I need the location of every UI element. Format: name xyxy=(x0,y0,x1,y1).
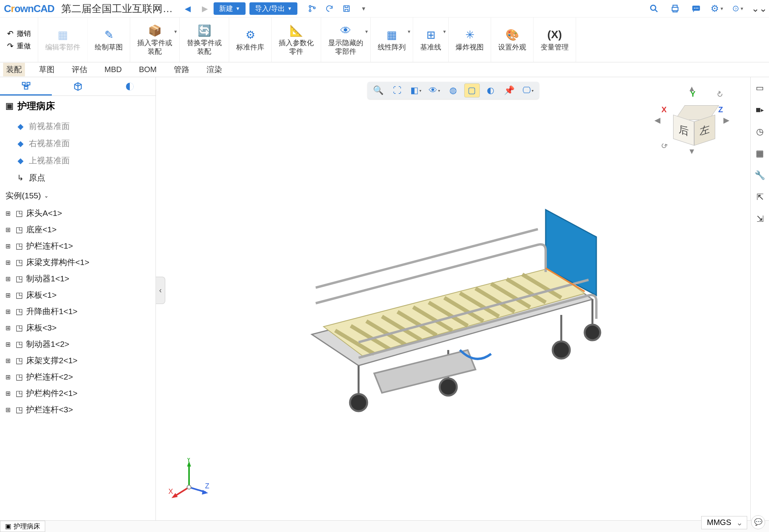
new-button[interactable]: 新建 ▼ xyxy=(214,2,246,15)
comment-icon[interactable] xyxy=(690,3,702,14)
camera-icon[interactable]: ■▶ xyxy=(755,104,765,115)
datum-top[interactable]: ◆上视基准面 xyxy=(0,152,156,169)
linear-pattern-button[interactable]: ▦ 线性阵列 ▼ xyxy=(371,18,413,62)
var-mgmt-button[interactable]: (X) 变量管理 xyxy=(534,18,576,62)
rotate-left-icon[interactable]: ◀ xyxy=(654,115,660,125)
import-export-button[interactable]: 导入/导出 ▼ xyxy=(249,2,297,15)
tree-instance-item[interactable]: ⊞◳护栏连杆<2> xyxy=(0,369,156,385)
chevron-down-icon[interactable]: ▼ xyxy=(359,4,369,14)
section-icon[interactable]: ◍ xyxy=(445,83,461,97)
expand-icon[interactable]: ⊞ xyxy=(5,341,12,348)
tree-instance-item[interactable]: ⊞◳护栏连杆<3> xyxy=(0,401,156,418)
expand-icon[interactable]: ⊞ xyxy=(5,308,12,315)
redo-button[interactable]: ↷重做 xyxy=(7,41,31,51)
tab-evaluate[interactable]: 评估 xyxy=(69,63,90,76)
instance-label: 护栏构件2<1> xyxy=(26,388,78,399)
expand-icon[interactable]: ⊞ xyxy=(5,406,12,414)
datum-line-button[interactable]: ⊞ 基准线 ▼ xyxy=(413,18,449,62)
plane-icon: ◆ xyxy=(16,122,25,131)
visibility-icon[interactable]: 👁 xyxy=(427,83,442,97)
expand-icon[interactable]: ⊞ xyxy=(5,292,12,299)
replace-part-button[interactable]: 🔄 替换零件或 装配 xyxy=(180,18,229,62)
model-hospital-bed[interactable] xyxy=(257,132,631,424)
lp-tab-tree[interactable] xyxy=(0,77,52,95)
help-icon[interactable]: ? ▼ xyxy=(732,3,744,14)
lp-tab-view[interactable] xyxy=(104,77,156,95)
expand-icon[interactable]: ⊞ xyxy=(5,357,12,364)
tree-instance-item[interactable]: ⊞◳升降曲杆1<1> xyxy=(0,303,156,320)
expand-icon[interactable]: ⊞ xyxy=(5,259,12,266)
show-hidden-button[interactable]: 👁 显示隐藏的 零部件 ▼ xyxy=(321,18,371,62)
cube-3d[interactable]: 后 左 xyxy=(674,106,709,138)
tree-instance-item[interactable]: ⊞◳护栏连杆<1> xyxy=(0,238,156,254)
expand-icon[interactable]: ⊞ xyxy=(5,210,12,217)
forward-icon[interactable]: ▶ xyxy=(200,4,210,14)
import-icon[interactable]: ⇲ xyxy=(755,214,765,224)
face-color-icon[interactable]: ▢ xyxy=(464,83,480,97)
tree-instance-item[interactable]: ⊞◳制动器1<2> xyxy=(0,336,156,352)
tree-instance-item[interactable]: ⊞◳床架支撑2<1> xyxy=(0,352,156,369)
tab-render[interactable]: 渲染 xyxy=(203,63,225,76)
insert-part-button[interactable]: 📦 插入零件或 装配 ▼ xyxy=(130,18,180,62)
expand-icon[interactable]: ⊞ xyxy=(5,373,12,381)
expand-icon[interactable]: ⊞ xyxy=(5,242,12,250)
set-appearance-button[interactable]: 🎨 设置外观 xyxy=(491,18,534,62)
print-icon[interactable] xyxy=(669,3,681,14)
expand-icon[interactable]: ⊞ xyxy=(5,390,12,397)
save-icon[interactable] xyxy=(341,4,352,14)
rotate-cw-icon[interactable]: ↻ xyxy=(714,88,725,100)
screen-icon[interactable]: 🖵 xyxy=(520,83,536,97)
tree-instance-item[interactable]: ⊞◳底座<1> xyxy=(0,221,156,238)
zoom-window-icon[interactable]: ⛶ xyxy=(389,83,405,97)
tab-pipe[interactable]: 管路 xyxy=(171,63,193,76)
tab-mbd[interactable]: MBD xyxy=(101,64,125,76)
grid-icon[interactable]: ▦ xyxy=(755,148,765,159)
viewport-3d[interactable]: 🔍 ⛶ ◧ 👁 ◍ ▢ ◐ 📌 🖵 ▲ ▼ ◀ ▶ ↻ ↺ Y X Z 后 左 xyxy=(156,77,750,520)
tree-instance-item[interactable]: ⊞◳床板<3> xyxy=(0,320,156,336)
undo-button[interactable]: ↶撤销 xyxy=(7,29,31,38)
wrench-icon[interactable]: 🔧 xyxy=(755,170,765,181)
tab-assembly[interactable]: 装配 xyxy=(3,63,25,76)
rotate-right-icon[interactable]: ▶ xyxy=(723,115,729,125)
datum-right[interactable]: ◆右视基准面 xyxy=(0,135,156,152)
zoom-fit-icon[interactable]: 🔍 xyxy=(371,83,386,97)
tree-instance-item[interactable]: ⊞◳护栏构件2<1> xyxy=(0,385,156,401)
branch-icon[interactable] xyxy=(307,4,317,14)
expand-icon[interactable]: ⊞ xyxy=(5,324,12,332)
expand-icon[interactable]: ⊞ xyxy=(5,275,12,283)
tab-bom[interactable]: BOM xyxy=(136,64,160,76)
folder-icon[interactable]: ▭ xyxy=(755,83,765,94)
units-selector[interactable]: MMGS xyxy=(701,516,747,529)
std-lib-button[interactable]: ⚙ 标准件库 xyxy=(229,18,272,62)
search-icon[interactable] xyxy=(648,3,660,14)
rotate-down-icon[interactable]: ▼ xyxy=(688,147,696,156)
view-cube[interactable]: ▲ ▼ ◀ ▶ ↻ ↺ Y X Z 后 左 xyxy=(657,85,727,155)
gear-icon[interactable]: ⚙▼ xyxy=(711,3,723,14)
lp-tab-part[interactable] xyxy=(52,77,104,95)
datum-front[interactable]: ◆前视基准面 xyxy=(0,118,156,135)
filter-icon[interactable]: 📌 xyxy=(502,83,517,97)
measure-icon[interactable]: ◐ xyxy=(483,83,499,97)
instances-section[interactable]: 实例(155) ⌄ xyxy=(0,186,156,205)
origin-triad: Y X Z xyxy=(168,458,210,501)
origin-node[interactable]: ↳原点 xyxy=(0,169,156,186)
refresh-icon[interactable] xyxy=(324,4,334,14)
display-style-icon[interactable]: ◧ xyxy=(408,83,424,97)
explode-view-button[interactable]: ✳ 爆炸视图 xyxy=(449,18,491,62)
tree-instance-item[interactable]: ⊞◳床梁支撑构件<1> xyxy=(0,254,156,270)
export-icon[interactable]: ⇱ xyxy=(755,192,765,203)
back-icon[interactable]: ◀ xyxy=(182,4,193,14)
tree-root[interactable]: ▣ 护理病床 xyxy=(0,96,156,116)
collapse-left-panel[interactable]: ‹ xyxy=(156,277,165,304)
tab-sketch[interactable]: 草图 xyxy=(36,63,58,76)
clock-icon[interactable]: ◷ xyxy=(755,126,765,137)
insert-param-button[interactable]: 📐 插入参数化 零件 xyxy=(272,18,321,62)
tree-instance-item[interactable]: ⊞◳制动器1<1> xyxy=(0,270,156,287)
tree-instance-item[interactable]: ⊞◳床头A<1> xyxy=(0,205,156,221)
rotate-ccw-icon[interactable]: ↺ xyxy=(659,140,669,151)
expand-down-icon[interactable]: ⌄⌄ xyxy=(753,3,765,14)
tree-instance-item[interactable]: ⊞◳床板<1> xyxy=(0,287,156,303)
expand-icon[interactable]: ⊞ xyxy=(5,226,12,233)
document-tab[interactable]: ▣ 护理病床 xyxy=(0,521,45,532)
sketch-button[interactable]: ✎ 绘制草图 xyxy=(88,18,130,62)
